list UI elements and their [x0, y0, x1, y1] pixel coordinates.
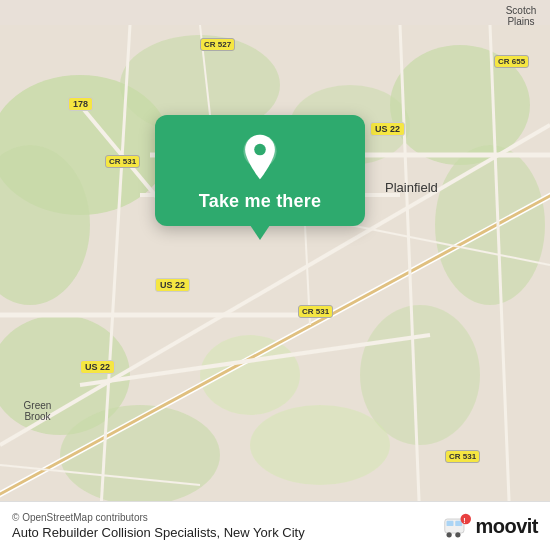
svg-point-35	[461, 514, 472, 525]
location-pin-icon	[236, 133, 284, 181]
moovit-icon: !	[443, 512, 471, 540]
svg-point-29	[254, 144, 266, 156]
label-plainfield: Plainfield	[385, 180, 438, 195]
label-scotch-plains: Scotch Plains	[492, 5, 550, 27]
badge-cr531-mid: CR 531	[298, 305, 333, 318]
take-me-there-button[interactable]: Take me there	[199, 191, 321, 212]
badge-us22-bot: US 22	[80, 360, 115, 374]
location-text: Auto Rebuilder Collision Specialists, Ne…	[12, 525, 305, 540]
svg-point-11	[250, 405, 390, 485]
moovit-text: moovit	[475, 515, 538, 538]
moovit-logo: ! moovit	[443, 512, 538, 540]
svg-text:!: !	[464, 517, 466, 524]
badge-cr531-bot: CR 531	[445, 450, 480, 463]
svg-point-33	[447, 532, 452, 537]
bottom-left-info: © OpenStreetMap contributors Auto Rebuil…	[12, 512, 305, 540]
map-container: 178 CR 527 US 22 CR 531 CR 655 US 22 CR …	[0, 0, 550, 550]
copyright-text: © OpenStreetMap contributors	[12, 512, 305, 523]
popup-card: Take me there	[155, 115, 365, 226]
svg-point-34	[456, 532, 461, 537]
badge-cr655: CR 655	[494, 55, 529, 68]
bottom-bar: © OpenStreetMap contributors Auto Rebuil…	[0, 501, 550, 550]
badge-cr531-top: CR 531	[105, 155, 140, 168]
badge-us22-mid: US 22	[155, 278, 190, 292]
badge-178: 178	[68, 97, 93, 111]
badge-cr527: CR 527	[200, 38, 235, 51]
badge-us22-top: US 22	[370, 122, 405, 136]
svg-rect-31	[447, 521, 454, 526]
label-green-brook: Green Brook	[10, 400, 65, 422]
